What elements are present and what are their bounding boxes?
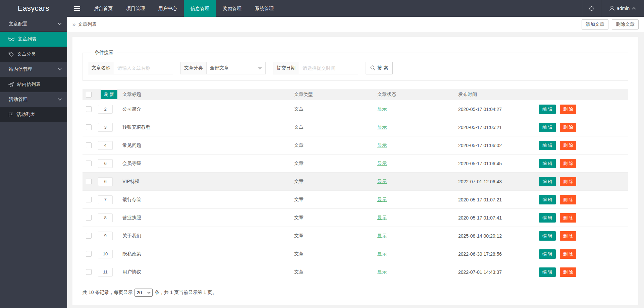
article-type: 文章 xyxy=(294,106,304,112)
row-checkbox[interactable] xyxy=(86,233,92,239)
edit-button[interactable]: 编 辑 xyxy=(539,159,556,168)
row-id-input[interactable] xyxy=(98,195,113,204)
article-type: 文章 xyxy=(294,215,304,221)
article-title: 转账充值教程 xyxy=(122,124,151,130)
delete-button[interactable]: 删 除 xyxy=(560,141,577,150)
page-title: 文章列表 xyxy=(78,21,97,27)
nav-item-information[interactable]: 信息管理 xyxy=(184,0,216,17)
edit-button[interactable]: 编 辑 xyxy=(539,195,556,204)
search-button[interactable]: 搜 索 xyxy=(366,62,393,74)
article-type: 文章 xyxy=(294,124,304,130)
sidebar-item-label: 站内信列表 xyxy=(17,81,41,87)
page-size-select[interactable]: 20 xyxy=(135,289,153,297)
status-link[interactable]: 显示 xyxy=(377,269,387,275)
brand-logo: Easycars xyxy=(0,0,67,17)
submit-date-input[interactable] xyxy=(299,62,358,74)
sidebar-item-activity-list[interactable]: 活动列表 xyxy=(0,107,67,122)
edit-button[interactable]: 编 辑 xyxy=(539,177,556,186)
delete-button[interactable]: 删 除 xyxy=(560,267,577,277)
tag-icon xyxy=(8,52,14,57)
breadcrumb-bar: » 文章列表 添加文章 删除文章 xyxy=(67,17,644,32)
status-link[interactable]: 显示 xyxy=(377,124,387,130)
table-row: 用户协议 文章 显示 2022-07-01 14:43:37 编 辑 删 除 xyxy=(83,263,628,281)
sidebar-item-article-list[interactable]: 文章列表 xyxy=(0,32,67,47)
content-card: 条件搜索 文章名称 文章分类 全部文章 提交日期 xyxy=(72,37,638,305)
row-id-input[interactable] xyxy=(98,232,113,240)
row-checkbox[interactable] xyxy=(86,215,92,221)
row-id-input[interactable] xyxy=(98,105,113,114)
delete-button[interactable]: 删 除 xyxy=(560,249,577,259)
add-article-button[interactable]: 添加文章 xyxy=(582,19,608,29)
status-link[interactable]: 显示 xyxy=(377,106,387,112)
article-type: 文章 xyxy=(294,161,304,167)
delete-button[interactable]: 删 除 xyxy=(560,105,577,114)
edit-button[interactable]: 编 辑 xyxy=(539,105,556,114)
row-checkbox[interactable] xyxy=(86,197,92,202)
edit-button[interactable]: 编 辑 xyxy=(539,141,556,150)
sidebar-group-article-config[interactable]: 文章配置 xyxy=(0,17,67,32)
row-checkbox[interactable] xyxy=(86,142,92,148)
article-category-label: 文章分类 xyxy=(180,62,207,74)
delete-button[interactable]: 删 除 xyxy=(560,213,577,223)
row-id-input[interactable] xyxy=(98,141,113,150)
sidebar-item-article-category[interactable]: 文章分类 xyxy=(0,47,67,62)
send-icon xyxy=(8,82,14,87)
category-select-value: 全部文章 xyxy=(210,65,229,71)
nav-item-system[interactable]: 系统管理 xyxy=(248,0,280,17)
delete-article-button[interactable]: 删除文章 xyxy=(612,19,639,29)
nav-item-projects[interactable]: 项目管理 xyxy=(119,0,152,17)
table-row: 营业执照 文章 显示 2020-05-17 01:07:41 编 辑 删 除 xyxy=(83,209,628,227)
sidebar-item-message-list[interactable]: 站内信列表 xyxy=(0,77,67,92)
row-id-input[interactable] xyxy=(98,250,113,258)
edit-button[interactable]: 编 辑 xyxy=(539,267,556,277)
edit-button[interactable]: 编 辑 xyxy=(539,213,556,223)
status-link[interactable]: 显示 xyxy=(377,179,387,185)
nav-item-rewards[interactable]: 奖励管理 xyxy=(216,0,248,17)
nav-item-dashboard[interactable]: 后台首页 xyxy=(87,0,119,17)
edit-button[interactable]: 编 辑 xyxy=(539,249,556,259)
category-select[interactable]: 全部文章 xyxy=(207,62,266,74)
edit-button[interactable]: 编 辑 xyxy=(539,123,556,132)
pagination-prefix: 共 10 条记录，每页显示 xyxy=(83,290,132,296)
row-id-input[interactable] xyxy=(98,177,113,186)
sidebar-group-activities[interactable]: 活动管理 xyxy=(0,92,67,107)
article-name-input[interactable] xyxy=(114,62,173,74)
edit-button[interactable]: 编 辑 xyxy=(539,231,556,241)
row-id-input[interactable] xyxy=(98,213,113,222)
sidebar-toggle-button[interactable] xyxy=(67,0,87,17)
publish-time: 2020-05-17 01:05:21 xyxy=(458,125,502,130)
refresh-button[interactable] xyxy=(582,0,601,17)
status-link[interactable]: 显示 xyxy=(377,215,387,221)
row-id-input[interactable] xyxy=(98,268,113,276)
search-panel: 条件搜索 文章名称 文章分类 全部文章 提交日期 xyxy=(83,50,628,81)
status-link[interactable]: 显示 xyxy=(377,233,387,239)
sidebar-group-messages[interactable]: 站内信管理 xyxy=(0,62,67,77)
row-id-input[interactable] xyxy=(98,159,113,168)
row-checkbox[interactable] xyxy=(86,106,92,112)
row-id-input[interactable] xyxy=(98,123,113,132)
status-link[interactable]: 显示 xyxy=(377,161,387,167)
status-link[interactable]: 显示 xyxy=(377,197,387,203)
delete-button[interactable]: 删 除 xyxy=(560,159,577,168)
username: admin xyxy=(617,6,630,11)
search-legend: 条件搜索 xyxy=(91,50,117,56)
row-checkbox[interactable] xyxy=(86,251,92,257)
status-link[interactable]: 显示 xyxy=(377,251,387,257)
delete-button[interactable]: 删 除 xyxy=(560,177,577,186)
status-link[interactable]: 显示 xyxy=(377,142,387,148)
row-checkbox[interactable] xyxy=(86,124,92,130)
top-navbar: Easycars 后台首页 项目管理 用户中心 信息管理 奖励管理 系统管理 a… xyxy=(0,0,644,17)
delete-button[interactable]: 删 除 xyxy=(560,231,577,241)
refresh-table-button[interactable]: 刷 新 xyxy=(101,90,117,99)
select-all-checkbox[interactable] xyxy=(86,92,92,98)
publish-time: 2020-05-17 01:04:27 xyxy=(458,107,502,112)
nav-item-users[interactable]: 用户中心 xyxy=(152,0,184,17)
delete-button[interactable]: 删 除 xyxy=(560,123,577,132)
row-checkbox[interactable] xyxy=(86,161,92,166)
delete-button[interactable]: 删 除 xyxy=(560,195,577,204)
read-icon xyxy=(8,37,14,42)
user-menu[interactable]: admin xyxy=(601,0,644,17)
row-checkbox[interactable] xyxy=(86,179,92,184)
row-checkbox[interactable] xyxy=(86,269,92,275)
pagination-bar: 共 10 条记录，每页显示 20 条，共 1 页当前显示第 1 页。 xyxy=(83,289,628,297)
